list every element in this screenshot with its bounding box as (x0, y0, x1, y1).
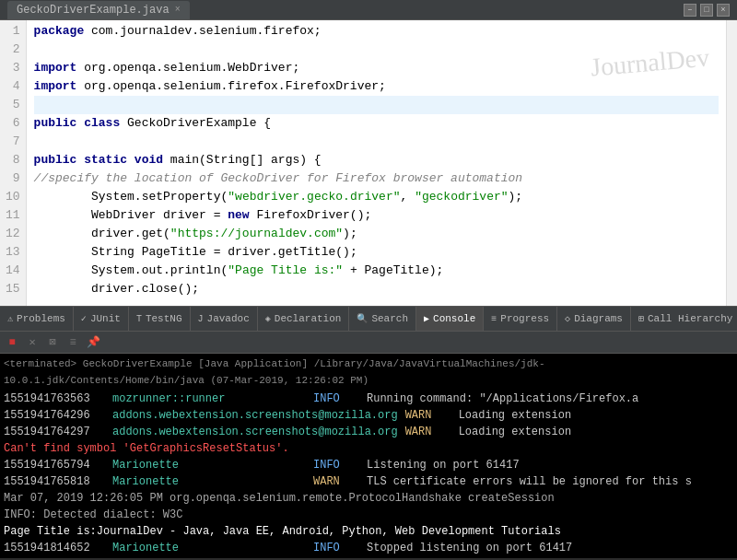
log-message: TLS certificate errors will be ignored f… (367, 473, 692, 490)
tab-icon: ✓ (81, 313, 87, 324)
tab-icon: ⊞ (638, 313, 644, 324)
log-line: Can't find symbol 'GetGraphicsResetStatu… (4, 440, 733, 457)
line-number: 14 (6, 262, 20, 280)
line-number: 10 (6, 188, 20, 206)
code-line: import org.openqa.selenium.WebDriver; (34, 59, 719, 77)
log-line: 1551941765794MarionetteINFOListening on … (4, 457, 733, 473)
tab-testng[interactable]: TTestNG (129, 306, 191, 332)
log-message: Running command: "/Applications/Firefox.… (367, 391, 638, 407)
maximize-button[interactable]: □ (700, 4, 713, 17)
tab-icon: ◇ (565, 313, 570, 324)
line-number: 13 (6, 243, 20, 262)
line-number: 3 (6, 59, 20, 77)
log-line: 1551941814652MarionetteINFOStopped liste… (4, 540, 733, 556)
code-line: System.out.println("Page Title is:" + Pa… (34, 262, 719, 280)
minimize-button[interactable]: – (684, 4, 696, 17)
code-editor: 123456789101112131415 package com.journa… (0, 20, 737, 306)
code-line: driver.get("https://journaldev.com"); (34, 225, 719, 243)
log-line: 1551941764297addons.webextension.screens… (4, 424, 733, 440)
code-line: package com.journaldev.selenium.firefox; (34, 22, 719, 41)
tab-problems[interactable]: ⚠Problems (0, 306, 74, 332)
console-lines: 1551941763563mozrunner::runnerINFORunnin… (4, 391, 733, 556)
log-error-msg: Can't find symbol 'GetGraphicsResetStatu… (4, 440, 289, 457)
log-message: Loading extension (459, 407, 571, 424)
code-line: //specify the location of GeckoDriver fo… (34, 169, 719, 188)
log-timestamp: 1551941764296 (4, 407, 105, 424)
log-source: Marionette (112, 540, 306, 556)
log-source: Marionette (112, 457, 306, 473)
log-timestamp: 1551941763563 (4, 391, 105, 407)
log-source: mozrunner::runner (112, 391, 306, 407)
code-line: import org.openqa.selenium.firefox.Firef… (34, 77, 719, 96)
tab-junit[interactable]: ✓JUnit (74, 306, 129, 332)
code-line: driver.close(); (34, 280, 719, 298)
log-line: 1551941765818MarionetteWARNTLS certifica… (4, 473, 733, 490)
word-wrap-button[interactable]: ≡ (64, 334, 81, 351)
tab-label: Call Hierarchy (648, 313, 732, 324)
tab-label: JUnit (90, 313, 121, 324)
tab-icon: ◈ (265, 313, 271, 324)
code-line: WebDriver driver = new FirefoxDriver(); (34, 206, 719, 225)
line-number: 8 (6, 151, 20, 169)
tab-icon: T (136, 314, 142, 324)
log-level: INFO (313, 457, 359, 473)
tab-label: Diagrams (574, 313, 623, 324)
code-line (34, 96, 719, 114)
tab-icon: ≡ (491, 314, 497, 324)
tab-close-icon[interactable]: × (175, 5, 181, 15)
stop-button[interactable]: ■ (4, 334, 20, 351)
tab-diagrams[interactable]: ◇Diagrams (557, 306, 631, 332)
tab-javadoc[interactable]: JJavadoc (191, 306, 258, 332)
pin-button[interactable]: 📌 (85, 334, 101, 351)
line-number: 5 (6, 96, 20, 114)
tab-label: Console (433, 313, 475, 324)
scroll-lock-button[interactable]: ⊠ (44, 334, 61, 351)
log-line: INFO: Detected dialect: W3C (4, 507, 733, 523)
log-source: Marionette (112, 473, 306, 490)
log-level: WARN (405, 407, 451, 424)
tab-label: Problems (17, 313, 65, 324)
tab-call-hierarchy[interactable]: ⊞Call Hierarchy (631, 306, 737, 332)
code-line (34, 41, 719, 59)
log-special-msg: INFO: Detected dialect: W3C (4, 507, 182, 523)
bottom-tabs-bar: ⚠Problems✓JUnitTTestNGJJavadoc◈Declarati… (0, 306, 737, 332)
code-line: String PageTitle = driver.getTitle(); (34, 243, 719, 262)
vertical-scrollbar[interactable] (726, 20, 737, 306)
line-number: 4 (6, 77, 20, 96)
tab-search[interactable]: 🔍Search (349, 306, 416, 332)
tab-icon: 🔍 (357, 313, 368, 324)
log-message: Listening on port 61417 (367, 457, 520, 473)
log-timestamp: 1551941764297 (4, 424, 105, 440)
tab-declaration[interactable]: ◈Declaration (258, 306, 350, 332)
line-number: 12 (6, 225, 20, 243)
tab-label: TestNG (146, 313, 182, 324)
window-controls: – □ × (684, 4, 730, 17)
tab-label: Search (371, 313, 408, 324)
log-line: Page Title is:JournalDev - Java, Java EE… (4, 523, 733, 540)
tab-progress[interactable]: ≡Progress (484, 306, 557, 332)
clear-button[interactable]: ✕ (24, 334, 41, 351)
log-message: Stopped listening on port 61417 (367, 540, 572, 556)
code-line: System.setProperty("webdriver.gecko.driv… (34, 188, 719, 206)
log-source: addons.webextension.screenshots@mozilla.… (112, 407, 398, 424)
title-bar: GeckoDriverExample.java × – □ × (0, 0, 737, 20)
log-level: INFO (313, 540, 359, 556)
code-content[interactable]: package com.journaldev.selenium.firefox;… (27, 20, 726, 306)
log-line: Mar 07, 2019 12:26:05 PM org.openqa.sele… (4, 490, 733, 507)
log-source: addons.webextension.screenshots@mozilla.… (112, 424, 398, 440)
line-number: 2 (6, 41, 20, 59)
console-output: <terminated> GeckoDriverExample [Java Ap… (0, 354, 737, 558)
code-line: public class GeckoDriverExample { (34, 114, 719, 133)
log-timestamp: 1551941765794 (4, 457, 105, 473)
log-special-msg: Mar 07, 2019 12:26:05 PM org.openqa.sele… (4, 490, 555, 507)
close-button[interactable]: × (717, 4, 730, 17)
tab-label: Javadoc (207, 313, 250, 324)
log-timestamp: 1551941814652 (4, 540, 105, 556)
code-line: public static void main(String[] args) { (34, 151, 719, 169)
line-number: 6 (6, 114, 20, 133)
tab-icon: ▶ (424, 313, 429, 324)
tab-console[interactable]: ▶Console (416, 306, 484, 332)
line-numbers: 123456789101112131415 (0, 20, 27, 306)
log-level: INFO (313, 391, 359, 407)
editor-tab[interactable]: GeckoDriverExample.java × (7, 1, 190, 19)
